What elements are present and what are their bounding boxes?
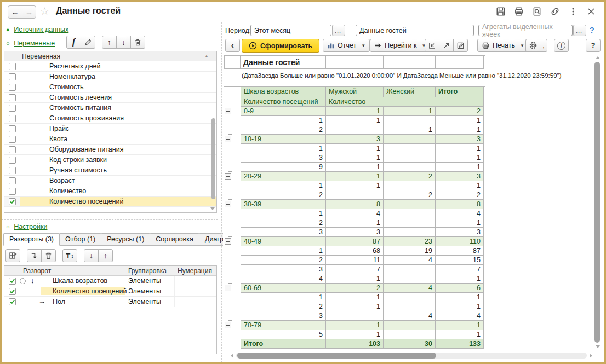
report-cell[interactable]: 2: [241, 302, 326, 311]
report-cell[interactable]: [326, 311, 384, 321]
variable-row[interactable]: Код строки заявки: [4, 155, 216, 165]
aggregates-help-link[interactable]: ?: [590, 26, 594, 34]
measure-label[interactable]: Количество: [326, 97, 484, 107]
scroll-down-icon[interactable]: [210, 207, 215, 210]
report-cell[interactable]: [384, 302, 436, 311]
report-cell[interactable]: 1: [436, 302, 484, 311]
generate-button[interactable]: Сформировать: [242, 39, 319, 53]
report-cell[interactable]: 1: [326, 302, 384, 311]
report-menu-button[interactable]: Отчет▼: [323, 39, 370, 52]
variable-checkbox[interactable]: [9, 115, 16, 122]
favorite-star-icon[interactable]: ☆: [40, 5, 49, 18]
report-cell[interactable]: 40-49: [241, 237, 326, 246]
report-cell[interactable]: [384, 209, 436, 218]
report-cell[interactable]: 1: [241, 209, 326, 218]
collapse-group-icon[interactable]: [225, 201, 231, 207]
variables-scrollbar[interactable]: [211, 118, 215, 199]
scroll-left-icon[interactable]: [231, 354, 233, 358]
report-name-input[interactable]: Данные гостей: [356, 25, 474, 36]
report-cell[interactable]: 3: [326, 228, 384, 237]
panel-splitter[interactable]: [2, 219, 218, 220]
collapse-group-icon[interactable]: [225, 238, 231, 245]
variable-row[interactable]: Прайс: [4, 124, 216, 134]
report-cell[interactable]: 1: [326, 144, 384, 153]
report-cell[interactable]: [384, 330, 436, 339]
delete-icon[interactable]: [41, 249, 56, 262]
report-cell[interactable]: 4: [384, 256, 436, 265]
report-cell[interactable]: [384, 218, 436, 228]
scroll-down-icon[interactable]: [596, 345, 600, 348]
column-female[interactable]: Женский: [384, 87, 436, 97]
report-cell[interactable]: 20-29: [241, 172, 326, 181]
report-cell[interactable]: 8: [436, 200, 484, 209]
report-cell[interactable]: [384, 274, 436, 284]
column-total[interactable]: Итого: [436, 87, 484, 97]
edit-pencil-icon[interactable]: [81, 36, 95, 49]
variable-checkbox[interactable]: [9, 136, 16, 143]
help-button[interactable]: ?: [586, 39, 601, 52]
variable-checkbox[interactable]: [9, 177, 16, 184]
variable-row[interactable]: Стоимость лечения: [4, 93, 216, 103]
report-cell[interactable]: [326, 125, 384, 135]
period-dots-button[interactable]: ...: [332, 25, 345, 36]
report-cell[interactable]: 1: [326, 163, 384, 172]
report-cell[interactable]: 2: [241, 256, 326, 265]
report-cell[interactable]: 103: [326, 339, 384, 349]
variable-checkbox[interactable]: [9, 84, 16, 91]
info-button[interactable]: i: [554, 39, 569, 52]
variable-checkbox[interactable]: [9, 146, 16, 153]
report-cell[interactable]: 1: [436, 163, 484, 172]
variable-row[interactable]: Квота: [4, 134, 216, 145]
move-up-icon[interactable]: ↑: [98, 249, 113, 262]
horizontal-scrollbar[interactable]: [231, 353, 592, 359]
report-cell[interactable]: 1: [326, 172, 384, 181]
report-cell[interactable]: 1: [326, 116, 384, 125]
report-cell[interactable]: 23: [384, 237, 436, 246]
report-cell[interactable]: 1: [436, 181, 484, 190]
move-up-icon[interactable]: ↑: [102, 36, 117, 49]
expand-groups-icon[interactable]: [439, 39, 454, 52]
scrollbar-thumb[interactable]: [594, 62, 600, 343]
report-cell[interactable]: [384, 163, 436, 172]
report-cell[interactable]: [326, 190, 384, 200]
report-cell[interactable]: 15: [436, 256, 484, 265]
report-cell[interactable]: 1: [384, 125, 436, 135]
report-cell[interactable]: 1: [326, 218, 384, 228]
period-input[interactable]: Этот месяц: [250, 25, 331, 36]
report-cell[interactable]: 3: [241, 153, 326, 163]
gear-icon[interactable]: [525, 39, 540, 52]
close-icon[interactable]: [586, 6, 597, 17]
report-cell[interactable]: 1: [326, 181, 384, 190]
panel-splitter[interactable]: [221, 22, 222, 362]
print-icon[interactable]: [513, 6, 524, 17]
report-cell[interactable]: 60-69: [241, 284, 326, 293]
report-cell[interactable]: [384, 200, 436, 209]
report-cell[interactable]: 2: [241, 218, 326, 228]
report-cell[interactable]: 133: [436, 339, 484, 349]
aggregates-dots-button[interactable]: ...: [573, 25, 586, 36]
rollup-row[interactable]: ↓Шкала возрастовЭлементы: [4, 276, 216, 286]
report-cell[interactable]: 3: [241, 228, 326, 237]
report-cell[interactable]: 1: [326, 153, 384, 163]
report-cell[interactable]: 1: [436, 293, 484, 302]
report-cell[interactable]: [384, 293, 436, 302]
report-cell[interactable]: 2: [326, 284, 384, 293]
collapse-group-icon[interactable]: [225, 173, 231, 180]
variable-checkbox[interactable]: [9, 125, 16, 132]
variable-checkbox[interactable]: [9, 157, 16, 164]
rollup-checkbox[interactable]: [9, 298, 16, 305]
settings-extra-button[interactable]: ,: [540, 39, 547, 52]
report-cell[interactable]: 1: [436, 274, 484, 284]
data-source-link[interactable]: Источник данных: [14, 26, 68, 33]
report-cell[interactable]: 3: [241, 311, 326, 321]
report-cell[interactable]: 2: [436, 190, 484, 200]
report-cell[interactable]: 4: [384, 284, 436, 293]
report-cell[interactable]: 1: [241, 246, 326, 256]
goto-menu-button[interactable]: Перейти к▼: [370, 39, 430, 52]
report-cell[interactable]: 3: [326, 135, 384, 144]
variable-row[interactable]: Количество посещений: [4, 197, 216, 207]
rollup-checkbox[interactable]: [9, 288, 16, 295]
report-cell[interactable]: 1: [436, 144, 484, 153]
variable-checkbox[interactable]: [9, 198, 16, 205]
report-cell[interactable]: [384, 321, 436, 330]
